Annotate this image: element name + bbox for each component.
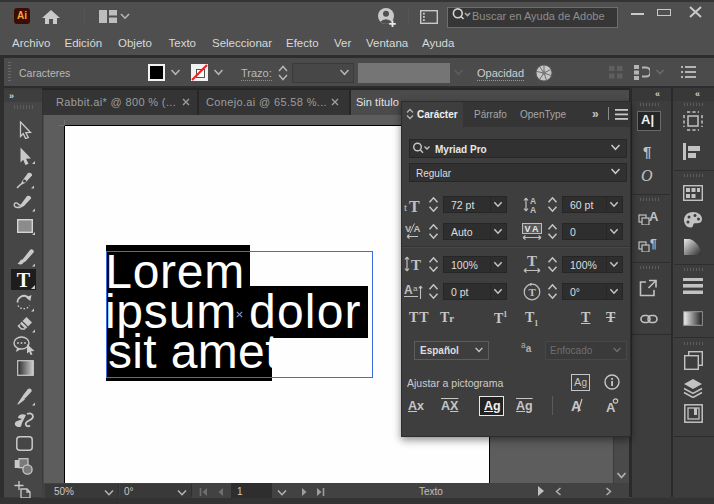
svg-text:A: A — [404, 283, 413, 297]
svg-text:T: T — [411, 257, 421, 273]
svg-text:V: V — [525, 224, 531, 234]
svg-text:T: T — [529, 286, 537, 298]
svg-text:A: A — [649, 209, 659, 224]
svg-text:A: A — [530, 205, 536, 214]
svg-text:A: A — [606, 400, 616, 415]
svg-text:T: T — [527, 255, 537, 269]
svg-text:A: A — [532, 224, 539, 234]
svg-text:T: T — [409, 198, 420, 214]
svg-text:a: a — [413, 284, 418, 293]
svg-text:V: V — [405, 223, 412, 234]
svg-text:t: t — [404, 201, 407, 213]
svg-text:A: A — [414, 223, 421, 234]
svg-text:¶: ¶ — [650, 237, 657, 251]
